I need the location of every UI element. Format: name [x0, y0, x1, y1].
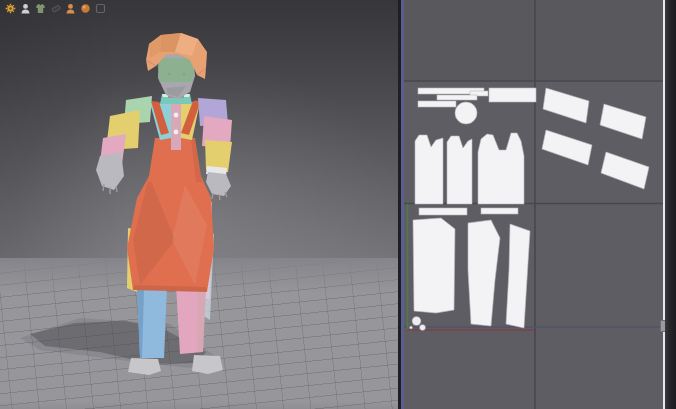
- strap-strip-c[interactable]: [437, 95, 477, 100]
- pant-leg-right-piece[interactable]: [506, 224, 530, 328]
- extra-tool-icon[interactable]: [95, 3, 106, 14]
- settings-gear-icon[interactable]: [5, 3, 16, 14]
- sleeve-strip-2-piece[interactable]: [600, 104, 646, 139]
- pant-leg-left-piece[interactable]: [468, 220, 500, 326]
- pocket-panel-piece[interactable]: [489, 88, 536, 102]
- tank-back-piece[interactable]: [478, 133, 524, 204]
- waistband-strip-a[interactable]: [419, 208, 467, 215]
- top-row-shade: [404, 0, 663, 81]
- apron[interactable]: [127, 138, 214, 292]
- avatar-show-icon[interactable]: [20, 3, 31, 14]
- app-window: 3: [0, 0, 676, 409]
- bodice-front-left-piece[interactable]: [415, 135, 443, 204]
- sleeve-right[interactable]: [198, 98, 232, 176]
- viewport-toolbar: [5, 3, 106, 14]
- 3d-viewport[interactable]: [0, 0, 399, 409]
- bodice-front-right-piece[interactable]: [447, 136, 472, 204]
- pattern-panel[interactable]: 3: [404, 0, 663, 409]
- pin-tool-icon[interactable]: [50, 3, 61, 14]
- sphere-mode-icon[interactable]: [80, 3, 91, 14]
- sleeve-strip-1-piece[interactable]: [543, 88, 589, 123]
- origin-markers: [410, 317, 426, 331]
- sleeve-strip-4-piece[interactable]: [601, 152, 649, 189]
- garment-show-icon[interactable]: [35, 3, 46, 14]
- hat-circle-piece[interactable]: [455, 102, 477, 124]
- sleeve-strip-3-piece[interactable]: [542, 130, 592, 165]
- face-selection-overlay: [157, 58, 195, 82]
- waistband-strip-b[interactable]: [481, 208, 518, 214]
- right-edge-strip: [665, 0, 676, 409]
- avatar-with-garment[interactable]: [0, 0, 399, 409]
- pattern-canvas[interactable]: [404, 0, 663, 409]
- strap-strip-d[interactable]: [418, 101, 456, 107]
- apron-skirt-piece[interactable]: [413, 218, 455, 313]
- sleeve-left[interactable]: [100, 96, 152, 164]
- avatar-skin-icon[interactable]: [65, 3, 76, 14]
- pattern-pieces: [413, 88, 649, 328]
